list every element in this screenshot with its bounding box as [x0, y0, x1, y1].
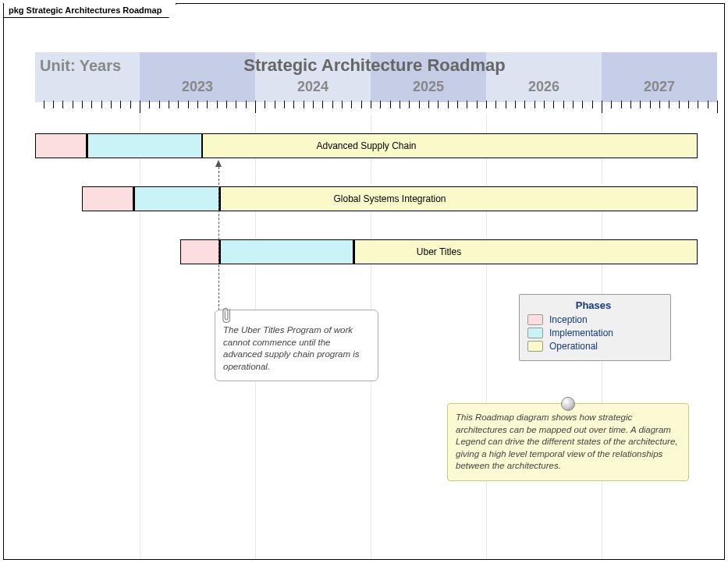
timeline-ruler — [35, 101, 714, 116]
year-2026: 2026 — [528, 79, 559, 95]
legend-item-operational: Operational — [527, 341, 659, 352]
timeline-header: Unit: Years Strategic Architecture Roadm… — [35, 52, 714, 102]
legend-label: Implementation — [549, 328, 613, 338]
dependency-note[interactable]: The Uber Titles Program of work cannot c… — [215, 310, 378, 381]
year-2024: 2024 — [297, 79, 328, 95]
swatch-icon — [527, 314, 543, 325]
description-note[interactable]: This Roadmap diagram shows how strategic… — [447, 403, 689, 481]
description-text: This Roadmap diagram shows how strategic… — [456, 413, 677, 470]
phase-implementation — [87, 133, 202, 158]
paperclip-icon — [220, 306, 234, 324]
phase-implementation — [219, 239, 353, 264]
swatch-icon — [527, 341, 543, 352]
unit-label: Unit: Years — [40, 57, 121, 75]
phase-inception — [82, 186, 133, 211]
note-text: The Uber Titles Program of work cannot c… — [223, 325, 360, 371]
phases-legend[interactable]: Phases Inception Implementation Operatio… — [519, 294, 671, 361]
legend-label: Operational — [549, 341, 598, 352]
legend-item-inception: Inception — [527, 314, 659, 325]
phase-operational — [219, 186, 698, 211]
phase-inception — [35, 133, 87, 158]
pin-icon — [561, 397, 575, 411]
year-2027: 2027 — [644, 79, 675, 95]
timeline: Unit: Years Strategic Architecture Roadm… — [35, 52, 714, 102]
legend-label: Inception — [549, 314, 588, 325]
legend-title: Phases — [527, 299, 659, 311]
swatch-icon — [527, 328, 543, 338]
phase-operational — [353, 239, 698, 264]
year-2025: 2025 — [413, 79, 444, 95]
dependency-connector — [218, 167, 219, 310]
phase-inception — [180, 239, 219, 264]
phase-implementation — [133, 186, 219, 211]
year-2023: 2023 — [182, 79, 213, 95]
frame-title: pkg Strategic Architectures Roadmap — [3, 3, 176, 18]
legend-item-implementation: Implementation — [527, 328, 659, 338]
dependency-arrow-icon — [215, 160, 222, 167]
phase-operational — [201, 133, 698, 158]
diagram-frame: pkg Strategic Architectures Roadmap Unit… — [3, 3, 725, 560]
